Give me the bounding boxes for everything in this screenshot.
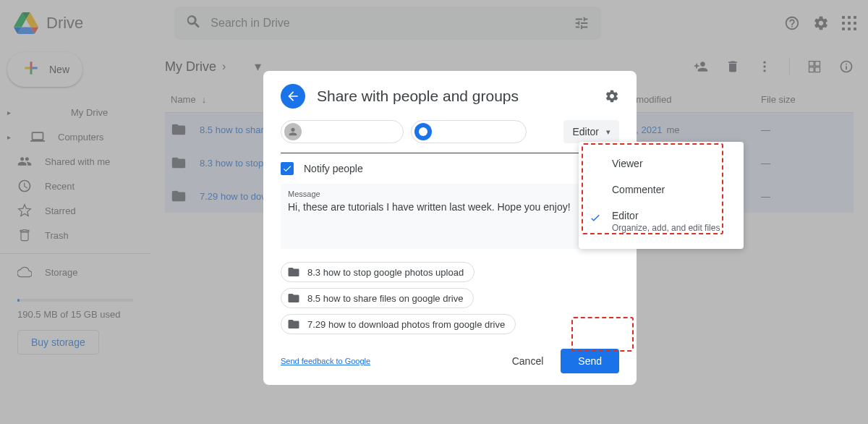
feedback-link[interactable]: Send feedback to Google: [281, 357, 370, 365]
person-chip[interactable]: [411, 120, 527, 143]
notify-label: Notify people: [304, 163, 363, 174]
send-button[interactable]: Send: [561, 349, 619, 373]
input-underline: [281, 153, 619, 153]
message-label: Message: [288, 190, 612, 198]
avatar-icon: [284, 123, 302, 140]
role-option-commenter[interactable]: Commenter: [579, 177, 744, 203]
person-chip[interactable]: [281, 120, 404, 143]
avatar-icon: [414, 123, 432, 140]
role-menu: Viewer Commenter Editor Organize, add, a…: [579, 142, 744, 249]
role-selector[interactable]: Editor▾: [563, 120, 619, 143]
attachment-chip[interactable]: 8.5 how to share files on google drive: [281, 288, 474, 308]
cancel-button[interactable]: Cancel: [502, 349, 554, 373]
role-option-editor[interactable]: Editor Organize, add, and edit files: [579, 203, 744, 240]
message-text: Hi, these are tutorials I have written l…: [288, 201, 612, 213]
attachment-chip[interactable]: 8.3 how to stop google photos upload: [281, 262, 475, 282]
back-button[interactable]: [281, 84, 305, 109]
notify-checkbox[interactable]: [281, 162, 294, 175]
attachment-chip[interactable]: 7.29 how to download photos from google …: [281, 314, 516, 334]
dialog-title: Share with people and groups: [317, 88, 519, 105]
message-box[interactable]: Message Hi, these are tutorials I have w…: [281, 184, 619, 249]
role-option-viewer[interactable]: Viewer: [579, 150, 744, 177]
chevron-down-icon: ▾: [606, 127, 610, 137]
dialog-settings-icon[interactable]: [605, 89, 619, 103]
check-icon: [589, 211, 602, 226]
